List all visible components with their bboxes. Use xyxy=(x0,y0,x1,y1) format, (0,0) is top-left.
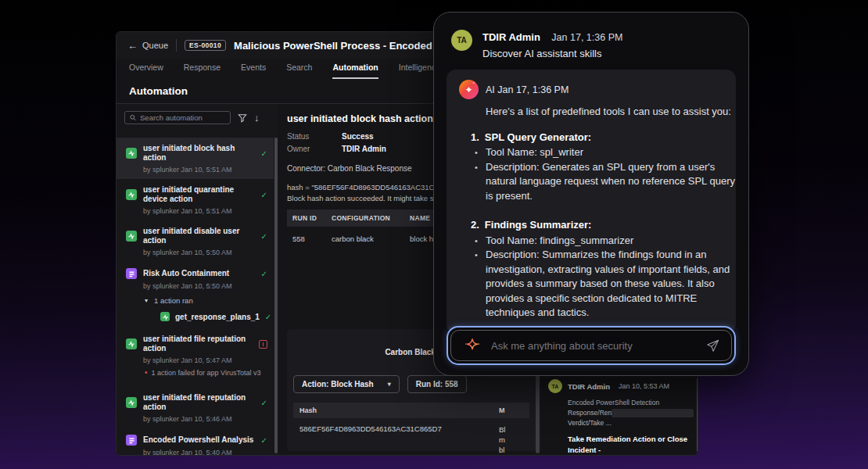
ai-sparkle-input-icon xyxy=(464,337,481,354)
tool-item-spl-query-generator: 1. SPL Query Generator: Tool Name: spl_w… xyxy=(486,131,737,204)
tab-response[interactable]: Response xyxy=(184,63,221,79)
automation-item-file-reputation-failed[interactable]: user initiated file reputation action by… xyxy=(117,328,274,382)
item-meta: by splunker Jan 10, 5:51 AM xyxy=(143,207,267,215)
send-icon[interactable] xyxy=(705,338,720,353)
message-cell: Bl m bl xyxy=(493,418,529,456)
automation-item-encoded-powershell[interactable]: Encoded Powershell Analysis ✓ by splunke… xyxy=(117,428,274,456)
run-id-select[interactable]: Run Id: 558 xyxy=(407,375,467,393)
tool-description: Description: Generates an SPL query from… xyxy=(486,160,737,204)
automation-item-disable-user[interactable]: user initiated disable user action ✓ by … xyxy=(117,220,274,262)
user-message: TA TDIR Admin Jan 17, 1:36 PM Discover A… xyxy=(434,13,748,59)
search-automation-box[interactable] xyxy=(124,111,231,124)
expand-actions-toggle[interactable]: ▾ 1 action ran xyxy=(145,296,267,305)
incident-id-badge: ES-00010 xyxy=(185,40,226,51)
hash-results-table: Hash M 586EF56F4D8963DD546163AC31C865D7 … xyxy=(293,403,529,456)
ai-intro: Here's a list of predefined tools I can … xyxy=(486,105,737,120)
error-dot-icon: • xyxy=(145,368,148,377)
message-timestamp: Jan 17, 1:36 PM xyxy=(551,32,622,43)
user-name: TDIR Admin xyxy=(482,31,540,43)
playbook-action-icon xyxy=(126,148,137,159)
playbook-action-icon xyxy=(126,189,137,200)
col-run-id: RUN ID xyxy=(287,209,326,227)
action-failed-note: • 1 action failed for app VirusTotal v3 xyxy=(145,368,267,377)
user-message-text: Discover AI assistant skills xyxy=(482,48,622,59)
owner-value: TDIR Admin xyxy=(342,145,436,153)
ai-message-text: Here's a list of predefined tools I can … xyxy=(486,105,737,320)
playbook-icon xyxy=(126,268,137,279)
success-check-icon: ✓ xyxy=(261,149,267,158)
download-icon[interactable]: ↓ xyxy=(254,112,260,124)
back-arrow-icon: ← xyxy=(127,40,138,52)
automation-sidebar: ↓ user initiated block hash action ✓ by … xyxy=(117,104,278,456)
item-meta: by splunker Jan 10, 5:50 AM xyxy=(143,282,267,290)
avatar: TA xyxy=(548,379,562,393)
page-title: Automation xyxy=(129,85,188,97)
ai-name-timestamp: AI Jan 17, 1:36 PM xyxy=(486,84,569,95)
success-check-icon: ✓ xyxy=(261,436,267,445)
search-input[interactable] xyxy=(140,113,225,122)
success-check-icon: ✓ xyxy=(261,232,267,241)
tab-automation[interactable]: Automation xyxy=(332,63,378,79)
status-label: Status xyxy=(287,132,342,141)
table-row[interactable]: 586EF56F4D8963DD546163AC31C865D7 Bl m bl xyxy=(293,418,529,456)
ask-ai-input[interactable] xyxy=(491,340,695,352)
col-hash: Hash xyxy=(293,403,493,418)
note-message[interactable]: TA TDIR Admin Jan 10, 5:53 AM Encoded Po… xyxy=(548,379,692,456)
playbook-action-icon xyxy=(126,231,137,242)
success-check-icon: ✓ xyxy=(265,313,271,321)
status-value: Success xyxy=(342,132,436,141)
search-icon xyxy=(130,114,136,121)
tool-name: Tool Name: spl_writer xyxy=(486,145,737,160)
back-to-queue-button[interactable]: ← Queue xyxy=(127,40,168,52)
notes-scrollbar[interactable] xyxy=(697,378,698,452)
success-check-icon: ✓ xyxy=(261,191,267,199)
playbook-action-icon xyxy=(126,338,137,349)
automation-item-block-hash[interactable]: user initiated block hash action ✓ by sp… xyxy=(117,138,274,179)
ai-assistant-panel: TA TDIR Admin Jan 17, 1:36 PM Discover A… xyxy=(433,12,749,376)
tool-description: Description: Summarizes the findings fou… xyxy=(486,248,737,320)
action-select[interactable]: Action: Block Hash ▾ xyxy=(293,375,400,393)
success-check-icon: ✓ xyxy=(261,399,267,407)
item-meta: by splunker Jan 10, 5:40 AM xyxy=(143,449,267,456)
tab-search[interactable]: Search xyxy=(286,63,312,79)
col-configuration: CONFIGURATION xyxy=(326,209,404,227)
tab-events[interactable]: Events xyxy=(241,63,266,79)
item-meta: by splunker Jan 10, 5:47 AM xyxy=(143,356,267,364)
avatar: TA xyxy=(451,30,472,51)
playbook-action-icon xyxy=(160,312,170,321)
automation-item-risk-auto-containment[interactable]: Risk Auto Containment ✓ by splunker Jan … xyxy=(117,262,274,328)
automation-list: user initiated block hash action ✓ by sp… xyxy=(117,138,274,456)
sidebar-scrollbar[interactable] xyxy=(274,138,278,453)
playbook-icon xyxy=(126,435,137,446)
back-label: Queue xyxy=(142,41,168,50)
header-divider xyxy=(176,39,177,52)
note-timestamp: Jan 10, 5:53 AM xyxy=(619,382,669,390)
automation-item-quarantine[interactable]: user initiated quarantine device action … xyxy=(117,179,274,220)
tool-item-findings-summarizer: 2. Findings Summarizer: Tool Name: findi… xyxy=(486,218,737,320)
playbook-action-icon xyxy=(126,397,137,408)
ai-sparkle-icon: ✦ ✧ xyxy=(459,80,479,99)
tab-overview[interactable]: Overview xyxy=(129,63,163,79)
item-meta: by splunker Jan 10, 5:51 AM xyxy=(143,166,267,174)
automation-item-file-reputation[interactable]: user initiated file reputation action ✓ … xyxy=(117,387,274,428)
success-check-icon: ✓ xyxy=(261,270,267,278)
ai-message: ✦ ✧ AI Jan 17, 1:36 PM Here's a list of … xyxy=(447,70,736,333)
item-meta: by splunker Jan 10, 5:46 AM xyxy=(143,415,267,423)
item-meta: by splunker Jan 10, 5:50 AM xyxy=(143,249,267,256)
note-title: Take Remediation Action or Close Inciden… xyxy=(568,434,692,456)
col-message: M xyxy=(493,403,529,418)
owner-label: Owner xyxy=(287,145,342,153)
tool-name: Tool Name: findings_summarizer xyxy=(486,234,737,249)
note-highlight xyxy=(612,409,694,417)
note-subject: Encoded PowerShell Detection Response/Re… xyxy=(568,398,692,428)
dropdown-icon: ▾ xyxy=(388,381,391,388)
chat-input-container xyxy=(447,326,736,365)
error-icon xyxy=(259,340,267,349)
filter-icon[interactable] xyxy=(238,113,247,123)
chevron-down-icon: ▾ xyxy=(145,297,148,304)
child-action-get-response-plans[interactable]: get_response_plans_1 ✓ xyxy=(160,312,267,321)
